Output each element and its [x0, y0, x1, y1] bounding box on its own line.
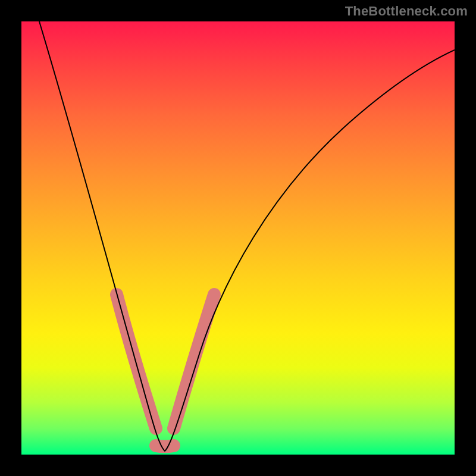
chart-svg	[21, 21, 455, 455]
highlight-right-band	[174, 295, 214, 428]
chart-plot-area	[21, 21, 455, 455]
highlight-bottom-band	[156, 446, 174, 447]
bottleneck-curve	[39, 21, 455, 451]
watermark-text: TheBottleneck.com	[345, 4, 468, 19]
